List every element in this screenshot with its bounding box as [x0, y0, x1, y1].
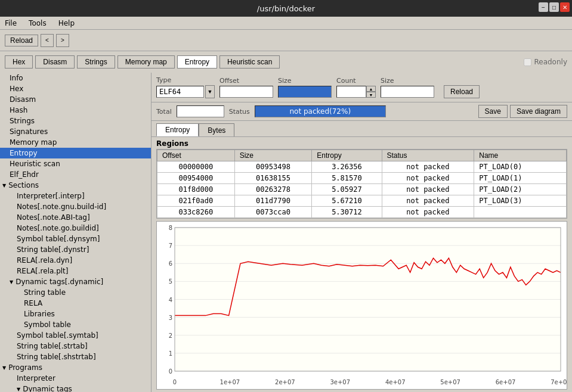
count-group: Count ▲ ▼ [336, 77, 376, 98]
total-label: Total [156, 108, 172, 116]
sidebar-section-programs-dynamic-tags[interactable]: ▼ Dynamic tags [0, 384, 151, 392]
sidebar-item-strtab-dynstr[interactable]: String table[.dynstr] [0, 244, 151, 255]
table-row[interactable]: 00000000009534983.26356not packedPT_LOAD… [157, 161, 567, 173]
tab-memory-map[interactable]: Memory map [118, 55, 175, 69]
table-row[interactable]: 021f0ad0011d77905.67210not packedPT_LOAD… [157, 195, 567, 207]
readonly-check: Readonly [524, 58, 567, 66]
minimize-button[interactable]: − [539, 2, 548, 12]
readonly-label: Readonly [534, 58, 567, 66]
sidebar-item-disasm[interactable]: Disasm [0, 94, 151, 105]
type-input[interactable] [156, 86, 204, 98]
readonly-checkbox [524, 58, 531, 66]
content-tab-entropy[interactable]: Entropy [156, 123, 199, 136]
action-buttons: Save Save diagram [478, 105, 567, 118]
sidebar-item-heuristic-scan[interactable]: Heuristic scan [0, 158, 151, 169]
title-bar: /usr/bin/docker − □ ✕ [0, 0, 572, 17]
sidebar-item-info[interactable]: Info [0, 73, 151, 83]
sidebar-item-symtab-symtab[interactable]: Symbol table[.symtab] [0, 330, 151, 341]
offset-input[interactable] [219, 86, 273, 98]
sidebar-item-notes-abi[interactable]: Notes[.note.ABI-tag] [0, 212, 151, 223]
close-button[interactable]: ✕ [560, 2, 570, 12]
sidebar-section-sections[interactable]: ▼ Sections [0, 180, 151, 191]
window-title: /usr/bin/docker [257, 4, 315, 13]
sidebar-item-hex[interactable]: Hex [0, 83, 151, 94]
menu-tools[interactable]: Tools [26, 18, 49, 28]
sidebar-item-signatures[interactable]: Signatures [0, 126, 151, 137]
save-diagram-button[interactable]: Save diagram [510, 105, 567, 118]
programs-triangle: ▼ [2, 365, 6, 371]
sidebar-item-notes-go[interactable]: Notes[.note.go.buildid] [0, 223, 151, 234]
sidebar-item-memory-map[interactable]: Memory map [0, 137, 151, 148]
sidebar-item-rela-dyn[interactable]: RELA[.rela.dyn] [0, 255, 151, 266]
col-size: Size [234, 150, 312, 161]
regions-table: Offset Size Entropy Status Name 00000000… [157, 150, 567, 218]
regions-table-container[interactable]: Offset Size Entropy Status Name 00000000… [156, 149, 567, 219]
forward-button[interactable]: > [56, 34, 69, 47]
prog-dynamic-tags-triangle: ▼ [17, 387, 20, 392]
sidebar-item-rela-1[interactable]: RELA [0, 298, 151, 309]
reload-button[interactable]: Reload [5, 35, 38, 46]
sidebar-item-rela-plt[interactable]: RELA[.rela.plt] [0, 266, 151, 276]
table-cell-entropy: 5.67210 [312, 195, 382, 207]
table-cell-size: 01638155 [234, 173, 312, 184]
main-content: Info Hex Disasm Hash Strings Signatures … [0, 73, 572, 392]
sidebar-item-strings[interactable]: Strings [0, 116, 151, 126]
count-input[interactable] [336, 86, 366, 98]
col-status: Status [382, 150, 474, 161]
sidebar-item-symtab-dynsym[interactable]: Symbol table[.dynsym] [0, 234, 151, 244]
svg-text:5: 5 [169, 278, 172, 285]
sidebar-item-interpreter[interactable]: Interpreter [0, 373, 151, 384]
total-value [177, 105, 224, 117]
sidebar-section-dynamic-tags[interactable]: ▼ Dynamic tags[.dynamic] [0, 276, 151, 287]
menu-file[interactable]: File [2, 18, 19, 28]
svg-text:8: 8 [169, 225, 172, 231]
entropy-chart-svg: 01234567801e+072e+073e+074e+075e+076e+07… [157, 222, 567, 389]
maximize-button[interactable]: □ [549, 2, 559, 12]
table-cell-size: 00263278 [234, 184, 312, 195]
sidebar-item-notes-gnu[interactable]: Notes[.note.gnu.build-id] [0, 201, 151, 212]
params-reload-button[interactable]: Reload [444, 85, 480, 98]
sidebar-item-libraries-1[interactable]: Libraries [0, 309, 151, 319]
table-row[interactable]: 01f8d000002632785.05927not packedPT_LOAD… [157, 184, 567, 195]
table-cell-name: PT_LOAD(3) [474, 195, 567, 207]
content-tabs: Entropy Bytes [151, 121, 572, 137]
back-button[interactable]: < [41, 34, 54, 47]
regions-label: Regions [151, 137, 572, 149]
sidebar-item-entropy[interactable]: Entropy [0, 148, 151, 158]
table-row[interactable]: 033c82600073cca05.30712not packed [157, 207, 567, 218]
tab-hex[interactable]: Hex [5, 55, 33, 69]
count-spinner: ▲ ▼ [366, 86, 376, 98]
size-input[interactable] [278, 86, 332, 98]
sidebar-item-elf-ehdr[interactable]: Elf_Ehdr [0, 169, 151, 180]
tab-disasm[interactable]: Disasm [35, 55, 75, 69]
sidebar-item-interp[interactable]: Interpreter[.interp] [0, 191, 151, 201]
count-down-btn[interactable]: ▼ [366, 92, 376, 98]
svg-text:1e+07: 1e+07 [220, 379, 240, 385]
sidebar-section-programs[interactable]: ▼ Programs [0, 362, 151, 373]
svg-text:4: 4 [169, 297, 172, 303]
type-label: Type [156, 76, 215, 84]
sidebar-item-symtab-1[interactable]: Symbol table [0, 319, 151, 330]
menu-help[interactable]: Help [56, 18, 77, 28]
tab-strings[interactable]: Strings [77, 55, 115, 69]
tab-heuristic-scan[interactable]: Heuristic scan [219, 55, 280, 69]
sidebar-item-strtab-1[interactable]: String table [0, 287, 151, 298]
table-row[interactable]: 00954000016381555.81570not packedPT_LOAD… [157, 173, 567, 184]
count-up-btn[interactable]: ▲ [366, 86, 376, 92]
table-cell-status: not packed [382, 161, 474, 173]
svg-text:4e+07: 4e+07 [385, 379, 406, 385]
sidebar-item-strtab-strtab[interactable]: String table[.strtab] [0, 341, 151, 351]
params-row: Type ▼ Offset Size Count ▲ [151, 73, 572, 102]
table-cell-status: not packed [382, 184, 474, 195]
table-cell-size: 011d7790 [234, 195, 312, 207]
svg-text:7e+07: 7e+07 [551, 379, 567, 385]
offset-group: Offset [219, 77, 273, 98]
type-dropdown-btn[interactable]: ▼ [205, 85, 215, 98]
sidebar-item-hash[interactable]: Hash [0, 105, 151, 116]
tab-entropy[interactable]: Entropy [177, 55, 217, 69]
save-button[interactable]: Save [478, 105, 508, 118]
sidebar-item-strtab-shstrtab[interactable]: String table[.shstrtab] [0, 351, 151, 362]
content-tab-bytes[interactable]: Bytes [199, 123, 234, 136]
svg-text:1: 1 [169, 350, 172, 357]
size2-input[interactable] [381, 86, 434, 98]
